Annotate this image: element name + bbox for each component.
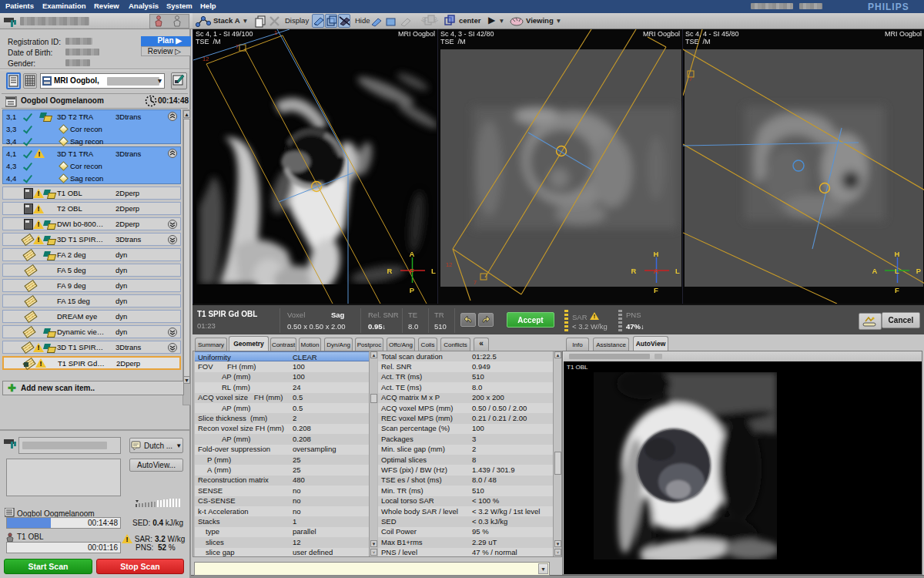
svg-text:12: 12 bbox=[203, 55, 209, 62]
svg-text:F: F bbox=[654, 286, 658, 294]
svg-text:F: F bbox=[410, 267, 414, 275]
svg-text:A: A bbox=[410, 250, 415, 258]
svg-text:H: H bbox=[895, 250, 900, 258]
svg-text:L: L bbox=[431, 267, 436, 275]
svg-text:P: P bbox=[410, 286, 415, 294]
svg-text:7: 7 bbox=[689, 76, 692, 82]
svg-text:7: 7 bbox=[474, 279, 477, 286]
svg-text:1: 1 bbox=[274, 29, 277, 36]
svg-text:F: F bbox=[895, 286, 899, 294]
svg-text:R: R bbox=[387, 267, 393, 275]
svg-text:12: 12 bbox=[446, 261, 452, 268]
svg-text:R: R bbox=[631, 267, 637, 275]
svg-text:P: P bbox=[916, 267, 922, 275]
svg-text:H: H bbox=[654, 250, 659, 258]
svg-text:A: A bbox=[872, 267, 878, 275]
svg-text:L: L bbox=[675, 267, 680, 275]
svg-text:A: A bbox=[654, 267, 659, 275]
svg-text:L: L bbox=[895, 267, 899, 275]
